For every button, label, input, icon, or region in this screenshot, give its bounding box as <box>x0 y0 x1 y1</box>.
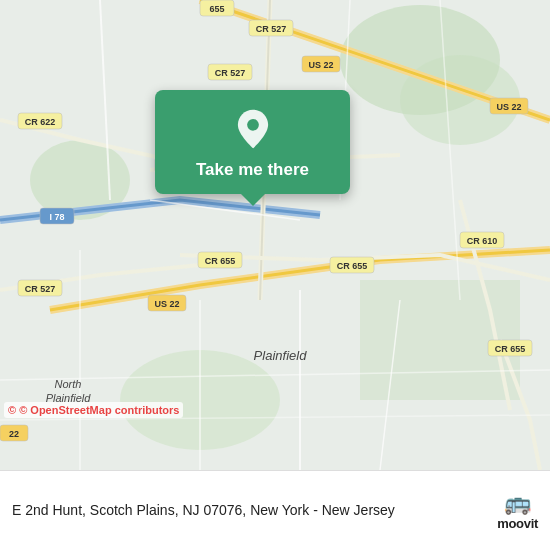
svg-text:CR 527: CR 527 <box>215 68 246 78</box>
svg-text:CR 527: CR 527 <box>25 284 56 294</box>
svg-text:CR 622: CR 622 <box>25 117 56 127</box>
svg-text:US 22: US 22 <box>308 60 333 70</box>
moovit-text: moovit <box>497 516 538 531</box>
take-me-there-button[interactable]: Take me there <box>155 90 350 194</box>
svg-text:North: North <box>55 378 82 390</box>
svg-point-49 <box>247 119 259 131</box>
svg-text:CR 655: CR 655 <box>337 261 368 271</box>
info-bar: E 2nd Hunt, Scotch Plains, NJ 07076, New… <box>0 470 550 550</box>
moovit-icon: 🚌 <box>504 490 531 516</box>
svg-text:655: 655 <box>209 4 224 14</box>
svg-text:CR 655: CR 655 <box>205 256 236 266</box>
svg-text:CR 610: CR 610 <box>467 236 498 246</box>
svg-text:CR 655: CR 655 <box>495 344 526 354</box>
osm-credit: © © OpenStreetMap contributors <box>4 402 183 418</box>
svg-text:US 22: US 22 <box>496 102 521 112</box>
svg-text:I 78: I 78 <box>49 212 64 222</box>
map-background: CR 655 US 22 US 22 US 22 I 78 CR 527 CR … <box>0 0 550 470</box>
moovit-logo: 🚌 moovit <box>497 490 538 531</box>
osm-icon: © <box>8 404 16 416</box>
svg-text:22: 22 <box>9 429 19 439</box>
location-pin-icon <box>232 108 274 150</box>
osm-credit-text: © OpenStreetMap contributors <box>19 404 179 416</box>
svg-text:CR 527: CR 527 <box>256 24 287 34</box>
address-text: E 2nd Hunt, Scotch Plains, NJ 07076, New… <box>12 501 487 521</box>
svg-text:US 22: US 22 <box>154 299 179 309</box>
svg-text:Plainfield: Plainfield <box>254 348 308 363</box>
popup-label: Take me there <box>196 160 309 180</box>
address-value: E 2nd Hunt, Scotch Plains, NJ 07076, New… <box>12 502 395 518</box>
map-container: CR 655 US 22 US 22 US 22 I 78 CR 527 CR … <box>0 0 550 470</box>
